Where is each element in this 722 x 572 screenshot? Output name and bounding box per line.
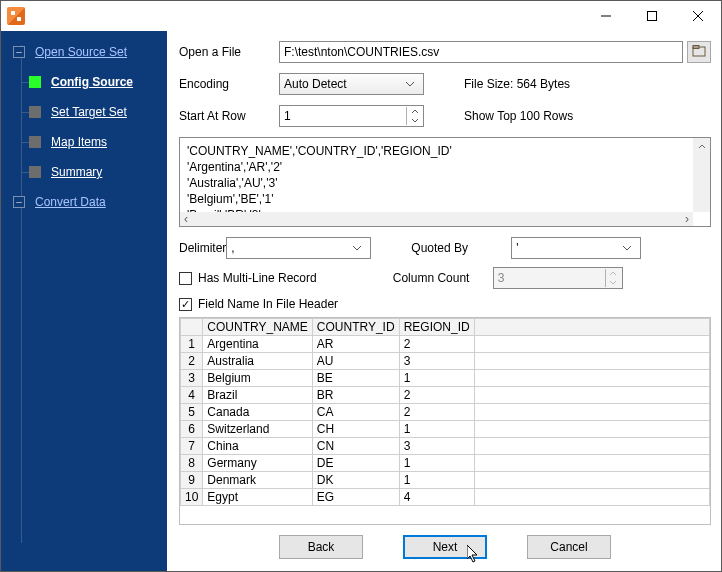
cell-blank (474, 404, 709, 421)
sidebar-item-label: Config Source (51, 75, 133, 89)
cell[interactable]: BE (312, 370, 399, 387)
cell[interactable]: CN (312, 438, 399, 455)
folder-icon (692, 45, 706, 60)
cell[interactable]: 2 (399, 404, 474, 421)
minimize-button[interactable] (583, 1, 629, 31)
col-header[interactable]: COUNTRY_ID (312, 319, 399, 336)
cell[interactable]: 3 (399, 438, 474, 455)
maximize-button[interactable] (629, 1, 675, 31)
row-number: 6 (181, 421, 203, 438)
cell[interactable]: CA (312, 404, 399, 421)
cell[interactable]: Egypt (203, 489, 312, 506)
multiline-label: Has Multi-Line Record (198, 271, 317, 285)
cell[interactable]: 1 (399, 370, 474, 387)
col-header[interactable]: COUNTRY_NAME (203, 319, 312, 336)
quoted-by-value: ' (516, 241, 518, 255)
table-row[interactable]: 9DenmarkDK1 (181, 472, 710, 489)
open-file-label: Open a File (179, 45, 279, 59)
cell[interactable]: BR (312, 387, 399, 404)
preview-text: 'COUNTRY_NAME','COUNTRY_ID','REGION_ID' … (181, 139, 693, 212)
field-header-checkbox[interactable]: Field Name In File Header (179, 297, 338, 311)
cell-blank (474, 336, 709, 353)
cell[interactable]: Germany (203, 455, 312, 472)
table-row[interactable]: 1ArgentinaAR2 (181, 336, 710, 353)
cell-blank (474, 455, 709, 472)
sidebar-item-open-source-set[interactable]: Open Source Set (1, 37, 167, 67)
table-row[interactable]: 8GermanyDE1 (181, 455, 710, 472)
table-row[interactable]: 5CanadaCA2 (181, 404, 710, 421)
start-row-spinner[interactable]: 1 (279, 105, 424, 127)
row-number: 7 (181, 438, 203, 455)
sidebar-item-label: Summary (51, 165, 102, 179)
cell[interactable]: 3 (399, 353, 474, 370)
cancel-button[interactable]: Cancel (527, 535, 611, 559)
cell[interactable]: Argentina (203, 336, 312, 353)
cell[interactable]: Australia (203, 353, 312, 370)
delimiter-combo[interactable]: , (226, 237, 371, 259)
cell[interactable]: China (203, 438, 312, 455)
table-row[interactable]: 6SwitzerlandCH1 (181, 421, 710, 438)
chevron-down-icon (622, 245, 638, 251)
sidebar-item-map-items[interactable]: Map Items (1, 127, 167, 157)
table-row[interactable]: 7ChinaCN3 (181, 438, 710, 455)
table-row[interactable]: 2AustraliaAU3 (181, 353, 710, 370)
cell[interactable]: Brazil (203, 387, 312, 404)
cell[interactable]: Denmark (203, 472, 312, 489)
file-path-input[interactable] (279, 41, 683, 63)
spinner-arrows-icon (406, 107, 422, 125)
table-row[interactable]: 10EgyptEG4 (181, 489, 710, 506)
cell[interactable]: Switzerland (203, 421, 312, 438)
app-icon (7, 7, 25, 25)
browse-button[interactable] (687, 41, 711, 63)
cell[interactable]: DE (312, 455, 399, 472)
cell[interactable]: 4 (399, 489, 474, 506)
row-number: 8 (181, 455, 203, 472)
quoted-by-label: Quoted By (411, 241, 511, 255)
preview-hscrollbar[interactable]: ‹ › (180, 212, 693, 226)
back-button[interactable]: Back (279, 535, 363, 559)
cell-blank (474, 353, 709, 370)
sidebar-item-convert-data[interactable]: Convert Data (1, 187, 167, 217)
row-number: 9 (181, 472, 203, 489)
scroll-left-icon: ‹ (180, 212, 192, 226)
table-row[interactable]: 4BrazilBR2 (181, 387, 710, 404)
cell[interactable]: AR (312, 336, 399, 353)
cell[interactable]: Belgium (203, 370, 312, 387)
cell[interactable]: 2 (399, 336, 474, 353)
cell[interactable]: DK (312, 472, 399, 489)
delimiter-label: Delimiter (179, 241, 226, 255)
sidebar-item-config-source[interactable]: Config Source (1, 67, 167, 97)
multiline-checkbox[interactable]: Has Multi-Line Record (179, 271, 317, 285)
row-number: 3 (181, 370, 203, 387)
column-count-spinner: 3 (493, 267, 623, 289)
encoding-combo[interactable]: Auto Detect (279, 73, 424, 95)
cell[interactable]: EG (312, 489, 399, 506)
preview-vscrollbar[interactable] (693, 138, 710, 212)
sidebar-item-summary[interactable]: Summary (1, 157, 167, 187)
titlebar (1, 1, 721, 31)
col-header[interactable]: REGION_ID (399, 319, 474, 336)
next-button[interactable]: Next (403, 535, 487, 559)
row-header-blank (181, 319, 203, 336)
cell-blank (474, 472, 709, 489)
svg-marker-8 (467, 545, 477, 562)
data-grid[interactable]: COUNTRY_NAME COUNTRY_ID REGION_ID 1Argen… (179, 317, 711, 525)
table-row[interactable]: 3BelgiumBE1 (181, 370, 710, 387)
sidebar-item-set-target-set[interactable]: Set Target Set (1, 97, 167, 127)
file-preview[interactable]: 'COUNTRY_NAME','COUNTRY_ID','REGION_ID' … (179, 137, 711, 227)
cell[interactable]: CH (312, 421, 399, 438)
cell[interactable]: 1 (399, 472, 474, 489)
wizard-window: Open Source Set Config Source Set Target… (0, 0, 722, 572)
cell[interactable]: 1 (399, 455, 474, 472)
start-row-value: 1 (284, 109, 291, 123)
cell[interactable]: Canada (203, 404, 312, 421)
encoding-label: Encoding (179, 77, 279, 91)
close-button[interactable] (675, 1, 721, 31)
row-number: 1 (181, 336, 203, 353)
cell[interactable]: AU (312, 353, 399, 370)
cell[interactable]: 2 (399, 387, 474, 404)
row-number: 2 (181, 353, 203, 370)
cell-blank (474, 370, 709, 387)
cell[interactable]: 1 (399, 421, 474, 438)
quoted-by-combo[interactable]: ' (511, 237, 641, 259)
